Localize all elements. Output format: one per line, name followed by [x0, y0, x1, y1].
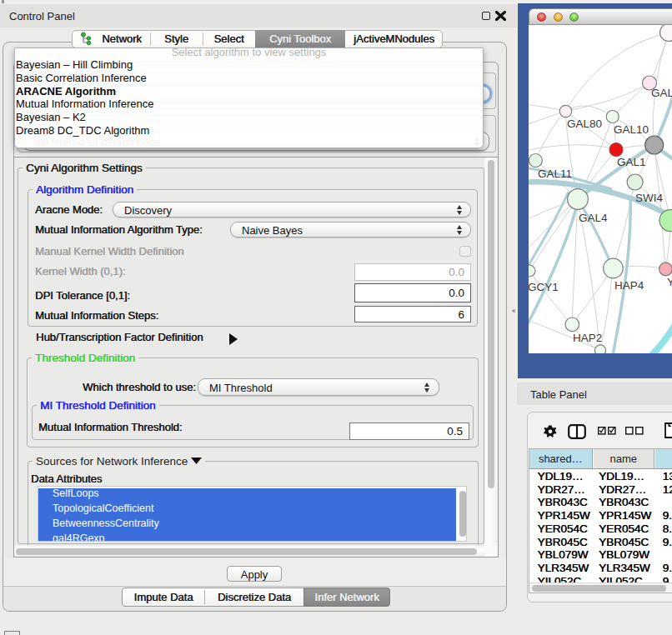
svg-text:Y: Y [667, 276, 672, 288]
svg-text:HAP4: HAP4 [614, 279, 644, 292]
svg-text:GAL1: GAL1 [617, 156, 646, 168]
svg-text:GCY1: GCY1 [529, 281, 559, 293]
svg-text:GAL11: GAL11 [538, 168, 572, 180]
svg-text:GAL7: GAL7 [651, 87, 672, 99]
svg-text:GAL4: GAL4 [579, 212, 608, 224]
svg-text:SWI4: SWI4 [635, 192, 663, 204]
svg-text:GAL10: GAL10 [614, 123, 649, 136]
svg-text:GAL80: GAL80 [567, 118, 602, 130]
svg-text:HAP2: HAP2 [573, 332, 602, 344]
